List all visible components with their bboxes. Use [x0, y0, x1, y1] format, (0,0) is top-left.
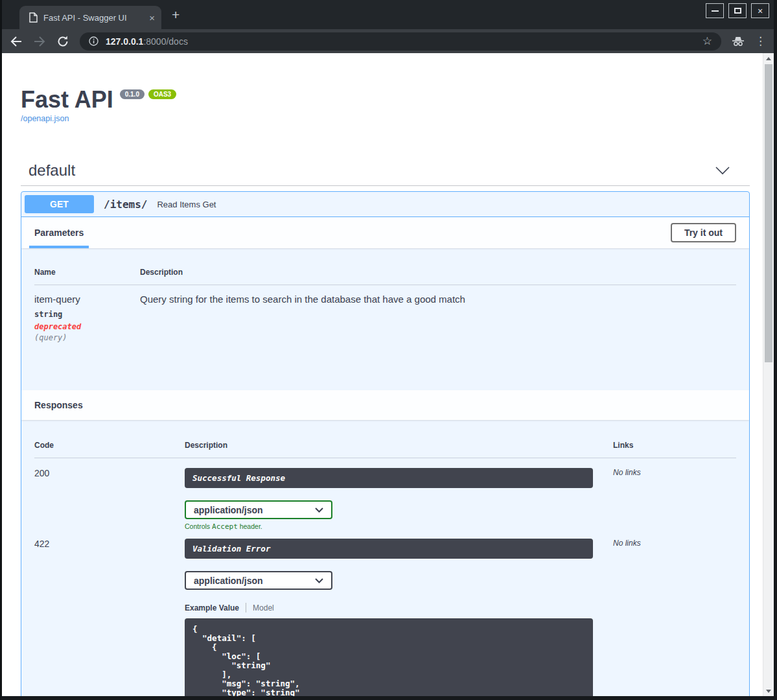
select-chevron-icon [315, 578, 323, 583]
example-json: { "detail": [ { "loc": [ "string" ], "ms… [192, 625, 585, 696]
back-button[interactable] [10, 35, 23, 48]
api-info: Fast API 0.1.0 OAS3 /openapi.json [21, 88, 750, 124]
window-controls: × [706, 3, 769, 18]
swagger-ui: Fast API 0.1.0 OAS3 /openapi.json defaul… [2, 53, 763, 696]
media-type-select-200[interactable]: application/json [185, 500, 332, 519]
parameters-header: Parameters Try it out [21, 217, 749, 248]
forward-button[interactable] [33, 35, 46, 48]
response-422-description: Validation Error [185, 539, 593, 559]
maximize-icon [734, 8, 741, 14]
chevron-down-icon[interactable] [715, 167, 730, 175]
scrollbar-down-arrow[interactable] [763, 686, 774, 696]
page-favicon-icon [29, 12, 38, 23]
operation-summary: Read Items Get [157, 200, 216, 209]
close-button[interactable]: × [751, 3, 769, 18]
accept-header-code: Accept [212, 522, 238, 531]
scrollbar-up-arrow[interactable] [763, 53, 774, 64]
col-resp-description-header: Description [185, 441, 593, 450]
media-type-select-422[interactable]: application/json [185, 571, 332, 590]
oas3-badge: OAS3 [148, 89, 176, 99]
scrollbar-track[interactable] [763, 64, 774, 686]
controls-accept-note: Controls Accept header. [185, 522, 593, 531]
tag-title: default [29, 161, 75, 180]
parameters-body: Name Description item-query string depre… [21, 248, 749, 390]
parameters-table-head: Name Description [34, 268, 736, 285]
method-get-button[interactable]: GET [25, 195, 94, 213]
example-model-tabs: Example Value Model [185, 603, 593, 612]
browser-tab[interactable]: Fast API - Swagger UI × [19, 6, 161, 29]
version-badge: 0.1.0 [120, 89, 145, 99]
address-bar[interactable]: 127.0.0.1:8000/docs ☆ [80, 32, 721, 51]
close-icon: × [758, 6, 763, 16]
incognito-icon [732, 35, 745, 48]
param-deprecated-flag: deprecated [34, 322, 140, 331]
browser-toolbar: 127.0.0.1:8000/docs ☆ ⋮ [2, 29, 774, 53]
tab-model[interactable]: Model [253, 603, 274, 612]
reload-button[interactable] [56, 35, 69, 48]
tab-parameters: Parameters [34, 217, 84, 248]
param-description: Query string for the items to search in … [140, 294, 736, 342]
responses-header: Responses [21, 390, 749, 420]
example-value-block: { "detail": [ { "loc": [ "string" ], "ms… [185, 618, 593, 696]
operation-path: /items/ [100, 198, 147, 211]
col-links-header: Links [613, 441, 736, 450]
tab-example-value[interactable]: Example Value [185, 603, 239, 612]
param-location: (query) [34, 333, 140, 342]
response-200-links: No links [613, 468, 736, 531]
minimize-button[interactable] [706, 3, 724, 18]
browser-window: Fast API - Swagger UI × + × 127.0.0.1:80… [0, 0, 777, 700]
opblock-get-items: GET /items/ Read Items Get Parameters Tr… [21, 191, 750, 696]
site-info-icon[interactable] [89, 36, 99, 46]
responses-body: Code Description Links 200 Successful Re… [21, 420, 749, 696]
tag-divider [21, 185, 750, 186]
parameter-row: item-query string deprecated (query) Que… [34, 285, 736, 342]
param-name: item-query [34, 294, 140, 305]
minimize-icon [712, 10, 719, 12]
response-row-422: 422 Validation Error application/json Ex… [34, 531, 736, 696]
tab-strip: Fast API - Swagger UI × + × [2, 0, 774, 29]
tab-close-icon[interactable]: × [149, 13, 155, 23]
responses-title: Responses [34, 400, 83, 410]
browser-menu-icon[interactable]: ⋮ [755, 34, 766, 48]
response-code-200: 200 [34, 468, 185, 531]
new-tab-button[interactable]: + [172, 8, 180, 21]
response-200-description: Successful Response [185, 468, 593, 488]
page-scrollbar[interactable] [763, 53, 774, 696]
response-422-links: No links [613, 539, 736, 696]
opblock-summary[interactable]: GET /items/ Read Items Get [21, 192, 749, 217]
col-name-header: Name [34, 268, 140, 277]
page-area: Fast API 0.1.0 OAS3 /openapi.json defaul… [2, 53, 774, 696]
media-type-value-200: application/json [194, 505, 263, 515]
openapi-spec-link[interactable]: /openapi.json [21, 114, 69, 123]
col-code-header: Code [34, 441, 185, 450]
tab-title: Fast API - Swagger UI [43, 13, 143, 23]
response-code-422: 422 [34, 539, 185, 696]
scrollbar-thumb[interactable] [765, 64, 772, 362]
select-chevron-icon [315, 508, 323, 513]
param-type: string [34, 310, 140, 319]
maximize-button[interactable] [728, 3, 747, 18]
responses-table-head: Code Description Links [34, 441, 736, 458]
url-host: 127.0.0.1 [106, 36, 143, 47]
api-title: Fast API [21, 88, 113, 111]
bookmark-star-icon[interactable]: ☆ [702, 34, 712, 48]
tag-header[interactable]: default [21, 161, 750, 180]
url-text: 127.0.0.1:8000/docs [106, 36, 695, 47]
tag-section-default: default GET /items/ Read Items Get [21, 161, 750, 696]
tabs-divider [246, 603, 246, 612]
try-it-out-button[interactable]: Try it out [671, 223, 736, 242]
response-row-200: 200 Successful Response application/json… [34, 458, 736, 531]
col-description-header: Description [140, 268, 736, 277]
url-path: :8000/docs [143, 36, 188, 47]
media-type-value-422: application/json [194, 576, 263, 586]
